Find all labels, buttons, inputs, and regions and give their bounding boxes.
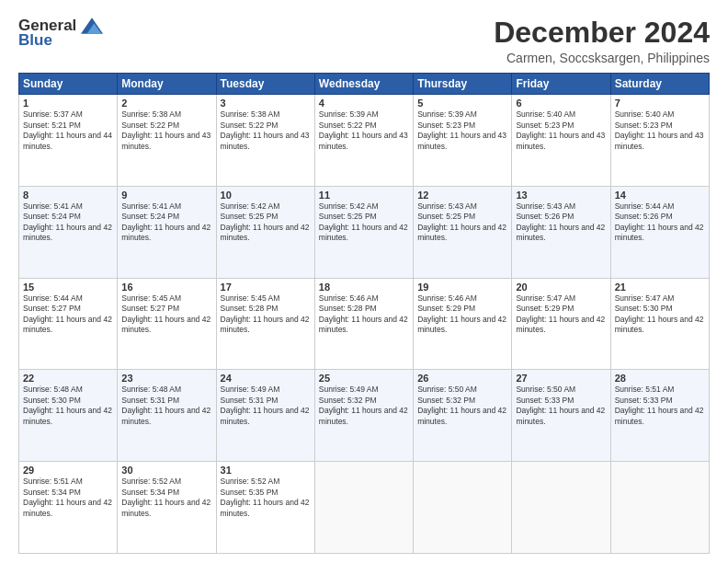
header: General Blue December 2024 Carmen, Soccs…: [18, 17, 710, 65]
day-number: 29: [23, 465, 113, 476]
month-title: December 2024: [494, 17, 710, 49]
table-row: 23 Sunrise: 5:48 AMSunset: 5:31 PMDaylig…: [118, 370, 216, 462]
day-number: 18: [319, 282, 409, 293]
location-title: Carmen, Soccsksargen, Philippines: [494, 51, 710, 65]
logo-icon: [81, 17, 103, 34]
calendar-week-row: 15 Sunrise: 5:44 AMSunset: 5:27 PMDaylig…: [19, 278, 710, 370]
day-number: 12: [417, 190, 507, 201]
day-info: Sunrise: 5:49 AMSunset: 5:32 PMDaylight:…: [319, 385, 408, 425]
col-monday: Monday: [118, 74, 216, 95]
day-info: Sunrise: 5:44 AMSunset: 5:27 PMDaylight:…: [23, 293, 112, 334]
day-info: Sunrise: 5:49 AMSunset: 5:31 PMDaylight:…: [221, 385, 310, 425]
empty-cell: [512, 462, 610, 554]
day-info: Sunrise: 5:37 AMSunset: 5:21 PMDaylight:…: [23, 109, 112, 150]
table-row: 4 Sunrise: 5:39 AMSunset: 5:22 PMDayligh…: [314, 95, 413, 187]
header-row: Sunday Monday Tuesday Wednesday Thursday…: [19, 74, 710, 95]
table-row: 17 Sunrise: 5:45 AMSunset: 5:28 PMDaylig…: [216, 278, 314, 370]
col-thursday: Thursday: [414, 74, 512, 95]
calendar-week-row: 8 Sunrise: 5:41 AMSunset: 5:24 PMDayligh…: [19, 186, 710, 278]
table-row: 26 Sunrise: 5:50 AMSunset: 5:32 PMDaylig…: [414, 370, 512, 462]
day-number: 9: [121, 190, 211, 201]
empty-cell: [414, 462, 512, 554]
table-row: 10 Sunrise: 5:42 AMSunset: 5:25 PMDaylig…: [216, 186, 314, 278]
title-block: December 2024 Carmen, Soccsksargen, Phil…: [494, 17, 710, 65]
day-number: 30: [121, 465, 211, 476]
calendar-week-row: 1 Sunrise: 5:37 AMSunset: 5:21 PMDayligh…: [19, 95, 710, 187]
table-row: 15 Sunrise: 5:44 AMSunset: 5:27 PMDaylig…: [19, 278, 118, 370]
day-number: 8: [23, 190, 113, 201]
table-row: 11 Sunrise: 5:42 AMSunset: 5:25 PMDaylig…: [314, 186, 413, 278]
table-row: 16 Sunrise: 5:45 AMSunset: 5:27 PMDaylig…: [118, 278, 216, 370]
day-number: 3: [221, 98, 311, 109]
col-tuesday: Tuesday: [216, 74, 314, 95]
day-info: Sunrise: 5:52 AMSunset: 5:34 PMDaylight:…: [121, 477, 210, 517]
empty-cell: [610, 462, 709, 554]
day-number: 5: [417, 98, 507, 109]
day-number: 4: [319, 98, 409, 109]
day-info: Sunrise: 5:51 AMSunset: 5:34 PMDaylight:…: [23, 477, 112, 517]
logo: General Blue: [18, 17, 103, 50]
empty-cell: [314, 462, 413, 554]
table-row: 31 Sunrise: 5:52 AMSunset: 5:35 PMDaylig…: [216, 462, 314, 554]
day-number: 6: [516, 98, 606, 109]
day-number: 16: [121, 282, 211, 293]
day-info: Sunrise: 5:39 AMSunset: 5:23 PMDaylight:…: [417, 109, 506, 150]
table-row: 22 Sunrise: 5:48 AMSunset: 5:30 PMDaylig…: [19, 370, 118, 462]
table-row: 2 Sunrise: 5:38 AMSunset: 5:22 PMDayligh…: [118, 95, 216, 187]
day-info: Sunrise: 5:42 AMSunset: 5:25 PMDaylight:…: [221, 201, 310, 242]
day-number: 26: [417, 373, 507, 384]
day-info: Sunrise: 5:48 AMSunset: 5:30 PMDaylight:…: [23, 385, 112, 425]
table-row: 21 Sunrise: 5:47 AMSunset: 5:30 PMDaylig…: [610, 278, 709, 370]
table-row: 30 Sunrise: 5:52 AMSunset: 5:34 PMDaylig…: [118, 462, 216, 554]
table-row: 8 Sunrise: 5:41 AMSunset: 5:24 PMDayligh…: [19, 186, 118, 278]
day-number: 31: [221, 465, 311, 476]
day-info: Sunrise: 5:43 AMSunset: 5:26 PMDaylight:…: [516, 201, 605, 242]
day-info: Sunrise: 5:42 AMSunset: 5:25 PMDaylight:…: [319, 201, 408, 242]
day-number: 28: [615, 373, 705, 384]
col-wednesday: Wednesday: [314, 74, 413, 95]
col-saturday: Saturday: [610, 74, 709, 95]
day-number: 20: [516, 282, 606, 293]
table-row: 20 Sunrise: 5:47 AMSunset: 5:29 PMDaylig…: [512, 278, 610, 370]
day-info: Sunrise: 5:38 AMSunset: 5:22 PMDaylight:…: [121, 109, 210, 150]
table-row: 13 Sunrise: 5:43 AMSunset: 5:26 PMDaylig…: [512, 186, 610, 278]
page: General Blue December 2024 Carmen, Soccs…: [0, 0, 728, 563]
day-number: 11: [319, 190, 409, 201]
logo-blue: Blue: [18, 31, 52, 50]
day-info: Sunrise: 5:40 AMSunset: 5:23 PMDaylight:…: [516, 109, 605, 150]
table-row: 18 Sunrise: 5:46 AMSunset: 5:28 PMDaylig…: [314, 278, 413, 370]
calendar-week-row: 22 Sunrise: 5:48 AMSunset: 5:30 PMDaylig…: [19, 370, 710, 462]
day-info: Sunrise: 5:50 AMSunset: 5:33 PMDaylight:…: [516, 385, 605, 425]
day-info: Sunrise: 5:45 AMSunset: 5:27 PMDaylight:…: [121, 293, 210, 334]
table-row: 19 Sunrise: 5:46 AMSunset: 5:29 PMDaylig…: [414, 278, 512, 370]
day-number: 15: [23, 282, 113, 293]
day-number: 1: [23, 98, 113, 109]
day-info: Sunrise: 5:44 AMSunset: 5:26 PMDaylight:…: [615, 201, 704, 242]
day-info: Sunrise: 5:39 AMSunset: 5:22 PMDaylight:…: [319, 109, 408, 150]
day-number: 14: [615, 190, 705, 201]
day-number: 19: [417, 282, 507, 293]
day-info: Sunrise: 5:38 AMSunset: 5:22 PMDaylight:…: [221, 109, 310, 150]
table-row: 24 Sunrise: 5:49 AMSunset: 5:31 PMDaylig…: [216, 370, 314, 462]
table-row: 27 Sunrise: 5:50 AMSunset: 5:33 PMDaylig…: [512, 370, 610, 462]
day-number: 25: [319, 373, 409, 384]
day-info: Sunrise: 5:46 AMSunset: 5:28 PMDaylight:…: [319, 293, 408, 334]
day-number: 22: [23, 373, 113, 384]
day-info: Sunrise: 5:41 AMSunset: 5:24 PMDaylight:…: [121, 201, 210, 242]
day-number: 10: [221, 190, 311, 201]
day-info: Sunrise: 5:48 AMSunset: 5:31 PMDaylight:…: [121, 385, 210, 425]
day-info: Sunrise: 5:51 AMSunset: 5:33 PMDaylight:…: [615, 385, 704, 425]
day-number: 24: [221, 373, 311, 384]
calendar-week-row: 29 Sunrise: 5:51 AMSunset: 5:34 PMDaylig…: [19, 462, 710, 554]
col-sunday: Sunday: [19, 74, 118, 95]
calendar-table: Sunday Monday Tuesday Wednesday Thursday…: [18, 73, 710, 554]
table-row: 7 Sunrise: 5:40 AMSunset: 5:23 PMDayligh…: [610, 95, 709, 187]
day-info: Sunrise: 5:43 AMSunset: 5:25 PMDaylight:…: [417, 201, 506, 242]
day-info: Sunrise: 5:47 AMSunset: 5:30 PMDaylight:…: [615, 293, 704, 334]
table-row: 25 Sunrise: 5:49 AMSunset: 5:32 PMDaylig…: [314, 370, 413, 462]
table-row: 14 Sunrise: 5:44 AMSunset: 5:26 PMDaylig…: [610, 186, 709, 278]
day-info: Sunrise: 5:41 AMSunset: 5:24 PMDaylight:…: [23, 201, 112, 242]
day-info: Sunrise: 5:47 AMSunset: 5:29 PMDaylight:…: [516, 293, 605, 334]
day-number: 27: [516, 373, 606, 384]
day-number: 2: [121, 98, 211, 109]
